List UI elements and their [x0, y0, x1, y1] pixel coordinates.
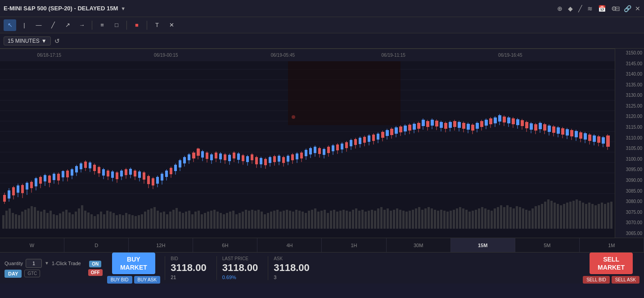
- svg-rect-168: [484, 208, 486, 229]
- tab-12h[interactable]: 12H: [129, 238, 193, 252]
- svg-rect-182: [528, 211, 531, 229]
- tab-6h[interactable]: 6H: [193, 238, 257, 252]
- svg-rect-390: [408, 125, 411, 131]
- svg-rect-186: [541, 204, 543, 229]
- svg-rect-460: [566, 129, 569, 135]
- svg-rect-29: [46, 213, 49, 229]
- svg-rect-84: [220, 213, 222, 229]
- tab-30m[interactable]: 30M: [387, 238, 451, 252]
- close-icon[interactable]: ✕: [635, 5, 640, 12]
- toggle-off-button[interactable]: OFF: [88, 269, 103, 276]
- tab-1m[interactable]: 1M: [580, 238, 644, 252]
- line-chart-icon[interactable]: ╱: [578, 5, 582, 12]
- day-button[interactable]: DAY: [5, 270, 22, 278]
- title-dropdown-arrow[interactable]: ▼: [121, 6, 126, 11]
- tab-1h[interactable]: 1H: [322, 238, 386, 252]
- svg-rect-36: [68, 212, 71, 229]
- horizontal-line-button[interactable]: —: [32, 19, 45, 31]
- svg-rect-462: [570, 130, 573, 136]
- tab-4h[interactable]: 4H: [257, 238, 322, 252]
- svg-rect-22: [24, 210, 27, 229]
- svg-rect-169: [487, 210, 490, 229]
- svg-rect-166: [478, 208, 480, 229]
- tab-15m[interactable]: 15M: [451, 238, 515, 252]
- svg-rect-26: [37, 211, 39, 229]
- gtc-button[interactable]: GTC: [24, 270, 40, 277]
- timeframe-bar: 15 MINUTES ▼ ↺: [0, 33, 644, 49]
- price-3070: 3070.00: [617, 220, 642, 225]
- sell-ask-button[interactable]: SELL ASK: [612, 276, 639, 284]
- parallel-lines-button[interactable]: ≡: [96, 19, 108, 31]
- buy-bid-button[interactable]: BUY BID: [107, 276, 132, 284]
- price-3090: 3090.00: [617, 178, 642, 183]
- svg-rect-47: [103, 214, 105, 229]
- svg-rect-49: [109, 212, 112, 229]
- toggle-on-button[interactable]: ON: [89, 261, 101, 267]
- wave-icon[interactable]: ≋: [587, 5, 593, 12]
- svg-rect-256: [107, 171, 109, 176]
- rectangle-button[interactable]: □: [110, 19, 123, 31]
- svg-rect-232: [53, 174, 55, 180]
- refresh-icon[interactable]: ↺: [54, 37, 60, 45]
- tab-w[interactable]: W: [0, 238, 64, 252]
- ray-button[interactable]: ↗: [61, 19, 74, 31]
- arrow-button[interactable]: →: [76, 19, 88, 31]
- link-icon[interactable]: 🔗: [624, 5, 631, 12]
- calendar-icon[interactable]: 📅: [598, 5, 606, 12]
- svg-rect-442: [525, 122, 528, 128]
- svg-rect-68: [169, 212, 171, 229]
- sell-bid-button[interactable]: SELL BID: [583, 276, 610, 284]
- chart-main: 06/18-17:15 06/19-00:15 06/19-05:45 06/1…: [0, 49, 615, 238]
- svg-rect-164: [472, 211, 474, 229]
- quantity-input[interactable]: [26, 259, 42, 268]
- buy-ask-button[interactable]: BUY ASK: [134, 276, 161, 284]
- price-icon[interactable]: ◆: [568, 5, 573, 12]
- svg-rect-80: [207, 212, 209, 229]
- svg-rect-270: [138, 172, 141, 178]
- svg-rect-214: [12, 187, 15, 195]
- tab-5m[interactable]: 5M: [515, 238, 580, 252]
- svg-rect-252: [98, 167, 100, 173]
- text-button[interactable]: T: [151, 19, 163, 31]
- tab-d[interactable]: D: [64, 238, 129, 252]
- buy-market-button[interactable]: BUY MARKET: [112, 253, 155, 274]
- delete-button[interactable]: ✕: [165, 19, 178, 31]
- svg-rect-193: [563, 204, 565, 229]
- svg-rect-190: [554, 203, 556, 229]
- svg-rect-386: [399, 126, 402, 132]
- time-label-3: 06/19-05:45: [271, 53, 295, 58]
- svg-rect-474: [597, 136, 600, 143]
- price-axis: 3150.00 3145.00 3140.00 3135.00 3130.00 …: [615, 49, 644, 238]
- svg-rect-24: [31, 206, 33, 229]
- svg-rect-468: [584, 133, 587, 140]
- svg-rect-434: [507, 117, 510, 123]
- svg-rect-129: [361, 210, 364, 229]
- sell-market-button[interactable]: SELL MARKET: [590, 253, 633, 274]
- svg-rect-120: [333, 210, 335, 229]
- gear-icon[interactable]: ⚙: [611, 5, 617, 12]
- timeframe-selector[interactable]: 15 MINUTES ▼: [4, 36, 51, 45]
- svg-rect-181: [525, 210, 527, 229]
- svg-rect-161: [462, 208, 464, 229]
- svg-rect-189: [550, 201, 553, 229]
- color-picker-button[interactable]: ■: [131, 19, 143, 31]
- trend-line-button[interactable]: ╱: [47, 19, 59, 31]
- svg-rect-104: [283, 211, 285, 229]
- svg-rect-326: [264, 159, 267, 165]
- crosshair-icon[interactable]: ⊕: [557, 5, 563, 12]
- svg-rect-310: [228, 155, 231, 161]
- price-3065: 3065.00: [617, 231, 642, 236]
- svg-rect-330: [273, 156, 276, 162]
- svg-rect-358: [336, 144, 339, 150]
- svg-rect-51: [116, 215, 118, 229]
- svg-rect-20: [18, 215, 20, 229]
- chevron-down-icon[interactable]: ▼: [45, 261, 49, 266]
- cursor-tool-button[interactable]: ↖: [4, 19, 16, 31]
- svg-rect-92: [245, 210, 247, 229]
- svg-rect-444: [530, 123, 533, 130]
- svg-rect-370: [363, 137, 366, 143]
- crosshair-tool-button[interactable]: |: [18, 19, 31, 31]
- svg-rect-119: [330, 211, 332, 229]
- header-right-icons: ⊟ 🔗 ✕: [615, 5, 640, 12]
- svg-rect-72: [182, 213, 184, 229]
